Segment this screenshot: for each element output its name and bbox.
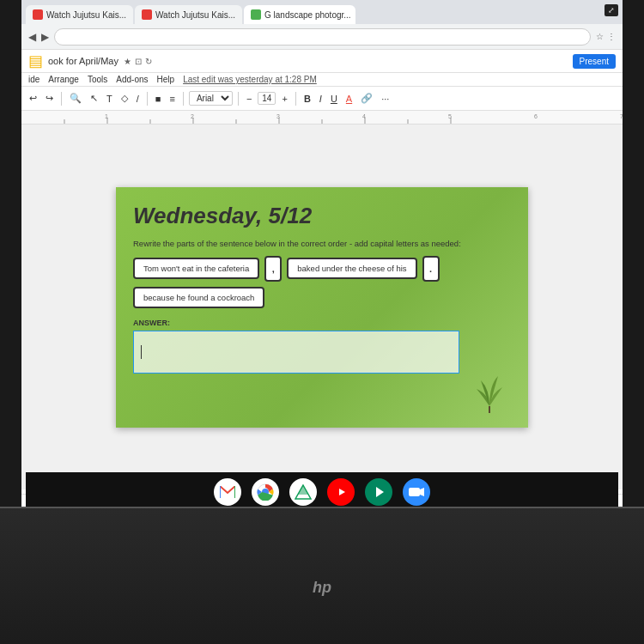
- slide[interactable]: Wednesday, 5/12 Rewrite the parts of the…: [116, 187, 528, 428]
- toolbar-sep-2: [147, 92, 148, 106]
- bookmark-icon[interactable]: ☆: [596, 32, 604, 41]
- corner-indicator: ⤢: [605, 4, 618, 16]
- toolbar: ↩ ↪ 🔍 ↖ T ◇ / ■ ≡ Arial − 14 + B I U A 🔗…: [21, 87, 623, 111]
- ruler: 1 2 3 4 5 6 7: [21, 111, 623, 125]
- font-color-button[interactable]: A: [343, 93, 355, 105]
- slides-header: ▤ ook for April/May ★ ⊡ ↻ Present: [21, 50, 623, 73]
- tab-1-label: Watch Jujutsu Kais...: [46, 10, 126, 20]
- punct-period: .: [422, 256, 440, 282]
- tab-2[interactable]: Watch Jujutsu Kais...: [135, 5, 242, 24]
- toolbar-redo[interactable]: ↪: [43, 92, 56, 105]
- sentence-part-1[interactable]: Tom won't eat in the cafeteria: [133, 258, 259, 279]
- menu-addons[interactable]: Add-ons: [116, 75, 148, 84]
- plant-decoration-icon: [464, 363, 515, 419]
- sentence-part-2[interactable]: baked under the cheese of his: [287, 258, 416, 279]
- menu-arrange[interactable]: Arrange: [48, 75, 79, 84]
- menu-file[interactable]: ide: [28, 75, 39, 84]
- more-button[interactable]: ···: [379, 93, 392, 105]
- taskbar-youtube-icon[interactable]: [327, 478, 355, 506]
- tab-1-icon: [33, 9, 43, 20]
- taskbar: [26, 472, 618, 511]
- toolbar-undo[interactable]: ↩: [27, 92, 39, 105]
- svg-text:2: 2: [191, 113, 194, 119]
- toolbar-cursor[interactable]: ↖: [88, 92, 100, 105]
- slides-title: ook for April/May: [48, 56, 118, 66]
- svg-text:6: 6: [534, 113, 538, 119]
- laptop-screen: Watch Jujutsu Kais... Watch Jujutsu Kais…: [21, 0, 623, 511]
- toolbar-sep-4: [238, 92, 239, 106]
- font-selector[interactable]: Arial: [189, 91, 233, 106]
- address-bar: ◀ ▶ ☆ ⋮: [21, 24, 623, 50]
- slides-title-row: ▤ ook for April/May ★ ⊡ ↻: [28, 52, 152, 70]
- toolbar-sep-5: [295, 92, 296, 106]
- slide-date-title: Wednesday, 5/12: [116, 187, 528, 238]
- font-size-minus[interactable]: −: [244, 93, 254, 105]
- taskbar-gmail-icon[interactable]: [214, 478, 241, 506]
- slide-panel[interactable]: Wednesday, 5/12 Rewrite the parts of the…: [21, 125, 623, 489]
- toolbar-color[interactable]: ■: [153, 93, 164, 105]
- toolbar-line[interactable]: /: [134, 93, 142, 105]
- slides-logo-icon: ▤: [28, 52, 43, 70]
- url-input[interactable]: [54, 28, 591, 46]
- punct-comma: ,: [264, 256, 282, 282]
- svg-text:4: 4: [362, 113, 366, 119]
- back-button[interactable]: ◀: [28, 31, 36, 43]
- tab-3-icon: [251, 9, 261, 20]
- browser-tabs: Watch Jujutsu Kais... Watch Jujutsu Kais…: [21, 0, 623, 24]
- star-icon[interactable]: ★: [124, 57, 131, 66]
- link-button[interactable]: 🔗: [358, 92, 375, 105]
- toolbar-shape[interactable]: ◇: [118, 92, 131, 105]
- slide-instruction: Rewrite the parts of the sentence below …: [116, 238, 528, 256]
- answer-input-box[interactable]: [133, 331, 459, 374]
- tab-2-label: Watch Jujutsu Kais...: [155, 10, 235, 20]
- ruler-marks: 1 2 3 4 5 6 7: [21, 111, 623, 124]
- font-size-plus[interactable]: +: [279, 93, 289, 105]
- slides-title-icons: ★ ⊡ ↻: [124, 57, 152, 66]
- menu-help[interactable]: Help: [157, 75, 175, 84]
- tab-2-icon: [142, 9, 152, 20]
- svg-text:1: 1: [105, 113, 108, 119]
- menu-icon[interactable]: ⋮: [607, 32, 616, 41]
- laptop-body: hp: [0, 507, 644, 644]
- toolbar-align[interactable]: ≡: [167, 93, 177, 105]
- toolbar-zoom[interactable]: 🔍: [67, 92, 84, 105]
- hp-logo: hp: [313, 579, 331, 597]
- tab-3-label: G landscape photogr...: [264, 10, 351, 20]
- answer-label: ANSWER:: [133, 319, 511, 327]
- underline-button[interactable]: U: [328, 93, 340, 105]
- taskbar-zoom-icon[interactable]: [403, 478, 430, 506]
- menu-bar: ide Arrange Tools Add-ons Help Last edit…: [21, 73, 623, 87]
- refresh-icon[interactable]: ↻: [145, 57, 152, 66]
- sentence-part-3[interactable]: because he found a cockroach: [133, 287, 264, 308]
- svg-marker-24: [298, 485, 308, 495]
- tab-3[interactable]: G landscape photogr...: [244, 5, 355, 24]
- taskbar-drive-icon[interactable]: [289, 478, 317, 506]
- svg-text:7: 7: [620, 113, 623, 119]
- toolbar-text[interactable]: T: [104, 93, 115, 105]
- svg-text:5: 5: [448, 113, 452, 119]
- bold-button[interactable]: B: [301, 93, 313, 105]
- taskbar-play-icon[interactable]: [365, 478, 392, 506]
- toolbar-sep-3: [183, 92, 184, 106]
- forward-button[interactable]: ▶: [41, 31, 49, 43]
- slides-icon[interactable]: ⊡: [135, 57, 142, 66]
- toolbar-sep-1: [61, 92, 62, 106]
- sentence-parts-row2: because he found a cockroach: [116, 282, 528, 308]
- present-button[interactable]: Present: [573, 54, 616, 69]
- font-size-display: 14: [258, 92, 276, 105]
- svg-text:3: 3: [276, 113, 280, 119]
- slides-main: Wednesday, 5/12 Rewrite the parts of the…: [21, 125, 623, 489]
- taskbar-chrome-icon[interactable]: [252, 478, 279, 506]
- tab-1[interactable]: Watch Jujutsu Kais...: [26, 5, 133, 24]
- sentence-parts-row1: Tom won't eat in the cafeteria , baked u…: [116, 256, 528, 282]
- browser-action-icons: ☆ ⋮: [596, 32, 616, 41]
- menu-tools[interactable]: Tools: [88, 75, 107, 84]
- last-edit-label: Last edit was yesterday at 1:28 PM: [183, 75, 317, 84]
- text-cursor: [141, 345, 142, 359]
- svg-rect-30: [409, 488, 420, 496]
- italic-button[interactable]: I: [317, 93, 325, 105]
